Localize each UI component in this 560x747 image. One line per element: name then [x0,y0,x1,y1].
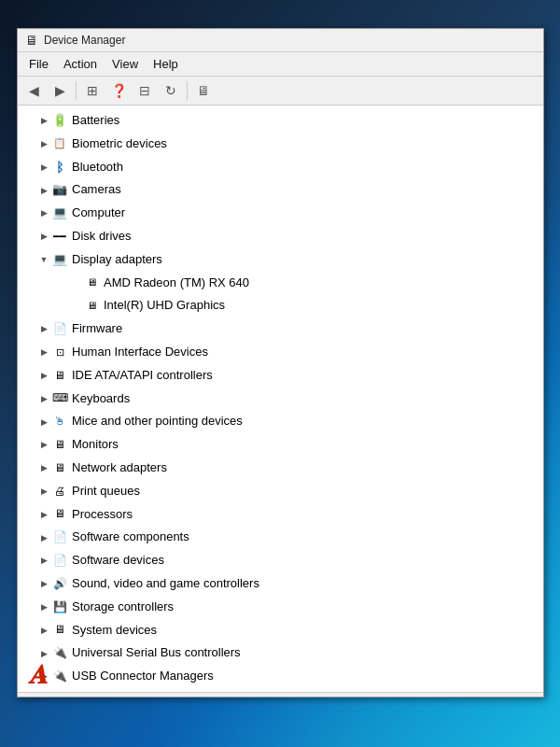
label-biometric: Biometric devices [72,134,167,154]
expander-printqueues[interactable]: ▶ [36,484,51,499]
tree-item-firmware[interactable]: ▶ 📄 Firmware [18,317,543,341]
back-button[interactable]: ◀ [21,79,46,102]
properties-button[interactable]: ⊞ [80,79,105,102]
tree-item-computer[interactable]: ▶ 💻 Computer [18,202,543,225]
device-tree[interactable]: ▶ 🔋 Batteries ▶ 📋 Biometric devices ▶ ᛒ … [18,106,543,692]
expander-softwarecomponents[interactable]: ▶ [36,530,51,545]
tree-item-keyboards[interactable]: ▶ ⌨ Keyboards [18,388,543,411]
menu-view[interactable]: View [105,54,146,74]
expander-bluetooth[interactable]: ▶ [36,160,51,175]
tree-item-softwarecomponents[interactable]: ▶ 📄 Software components [18,526,543,549]
icon-cameras: 📷 [51,183,68,198]
icon-softwarecomponents: 📄 [51,530,68,545]
icon-computer: 💻 [51,206,68,221]
tree-item-softwaredevices[interactable]: ▶ 📄 Software devices [18,549,543,572]
menu-file[interactable]: File [21,54,56,74]
label-sound: Sound, video and game controllers [72,574,259,594]
icon-batteries: 🔋 [51,113,68,128]
icon-biometric: 📋 [51,136,68,151]
tree-item-usb[interactable]: ▶ 🔌 Universal Serial Bus controllers [18,641,543,665]
label-ide: IDE ATA/ATAPI controllers [72,366,213,386]
menu-action[interactable]: Action [56,54,105,74]
label-usbconnectors: USB Connector Managers [72,667,214,686]
tree-item-sound[interactable]: ▶ 🔊 Sound, video and game controllers [18,572,543,596]
expander-storage[interactable]: ▶ [36,599,51,614]
expander-monitors[interactable]: ▶ [36,438,51,453]
tree-item-displayadapters[interactable]: ▼ 💻 Display adapters [18,248,543,272]
tree-item-hid[interactable]: ▶ ⊡ Human Interface Devices [18,341,543,364]
tree-item-network[interactable]: ▶ 🖥 Network adapters [18,457,543,480]
toolbar-separator-2 [187,81,188,100]
label-processors: Processors [72,505,133,525]
expander-usb[interactable]: ▶ [36,646,51,661]
tree-item-monitors[interactable]: ▶ 🖥 Monitors [18,433,543,457]
label-mice: Mice and other pointing devices [72,412,243,431]
label-displayadapters: Display adapters [72,250,162,270]
tree-item-mice[interactable]: ▶ 🖱 Mice and other pointing devices [18,410,543,433]
icon-monitors: 🖥 [51,438,68,453]
uninstall-button[interactable]: ⊟ [133,79,157,102]
expander-ide[interactable]: ▶ [36,368,51,383]
tree-item-printqueues[interactable]: ▶ 🖨 Print queues [18,480,543,503]
expander-cameras[interactable]: ▶ [36,183,51,198]
tree-item-diskdrives[interactable]: ▶ ━━ Disk drives [18,225,543,248]
menu-bar: File Action View Help [18,52,543,77]
desktop-logo: 𝐀 [28,660,47,691]
label-monitors: Monitors [72,435,119,455]
expander-mice[interactable]: ▶ [36,415,51,430]
tree-item-systemdevices[interactable]: ▶ 🖥 System devices [18,619,543,642]
icon-displayadapters: 💻 [51,252,68,267]
icon-ide: 🖥 [51,368,68,383]
label-computer: Computer [72,204,125,223]
label-storage: Storage controllers [72,598,174,617]
expander-sound[interactable]: ▶ [36,576,51,591]
icon-systemdevices: 🖥 [51,623,68,638]
expander-biometric[interactable]: ▶ [36,136,51,151]
tree-item-bluetooth[interactable]: ▶ ᛒ Bluetooth [18,156,543,179]
expander-amd [68,275,83,290]
toolbar-separator-1 [76,81,77,100]
expander-displayadapters[interactable]: ▼ [36,252,51,267]
expander-intel [68,299,83,314]
title-bar: 🖥 Device Manager [18,29,543,52]
display-button[interactable]: 🖥 [191,79,216,102]
expander-firmware[interactable]: ▶ [36,322,51,337]
icon-diskdrives: ━━ [51,229,68,244]
icon-softwaredevices: 📄 [51,554,68,569]
forward-button[interactable]: ▶ [48,79,72,102]
help-button[interactable]: ❓ [106,79,131,102]
label-diskdrives: Disk drives [72,227,132,247]
expander-processors[interactable]: ▶ [36,507,51,522]
tree-item-cameras[interactable]: ▶ 📷 Cameras [18,178,543,202]
expander-keyboards[interactable]: ▶ [36,391,51,406]
tree-item-intel[interactable]: 🖥 Intel(R) UHD Graphics [18,294,543,317]
device-manager-window: 🖥 Device Manager File Action View Help ◀… [17,28,544,698]
icon-printqueues: 🖨 [51,484,68,499]
expander-systemdevices[interactable]: ▶ [36,623,51,638]
expander-hid[interactable]: ▶ [36,345,51,359]
menu-help[interactable]: Help [146,54,186,74]
icon-usbconnectors: 🔌 [51,669,68,684]
label-printqueues: Print queues [72,482,140,501]
status-bar [18,692,543,697]
expander-softwaredevices[interactable]: ▶ [36,554,51,569]
expander-computer[interactable]: ▶ [36,206,51,221]
icon-bluetooth: ᛒ [51,160,68,175]
icon-hid: ⊡ [51,345,68,359]
icon-usb: 🔌 [51,646,68,661]
toolbar: ◀ ▶ ⊞ ❓ ⊟ ↻ 🖥 [18,77,543,106]
icon-storage: 💾 [51,599,68,614]
tree-item-processors[interactable]: ▶ 🖥 Processors [18,503,543,527]
tree-item-storage[interactable]: ▶ 💾 Storage controllers [18,596,543,619]
expander-network[interactable]: ▶ [36,460,51,475]
tree-item-amd[interactable]: 🖥 AMD Radeon (TM) RX 640 [18,272,543,295]
tree-item-biometric[interactable]: ▶ 📋 Biometric devices [18,133,543,156]
expander-diskdrives[interactable]: ▶ [36,229,51,244]
icon-network: 🖥 [51,460,68,475]
label-intel: Intel(R) UHD Graphics [104,296,225,316]
expander-batteries[interactable]: ▶ [36,113,51,128]
tree-item-batteries[interactable]: ▶ 🔋 Batteries [18,109,543,133]
tree-item-usbconnectors[interactable]: ▶ 🔌 USB Connector Managers [18,665,543,688]
tree-item-ide[interactable]: ▶ 🖥 IDE ATA/ATAPI controllers [18,364,543,388]
scan-button[interactable]: ↻ [159,79,183,102]
